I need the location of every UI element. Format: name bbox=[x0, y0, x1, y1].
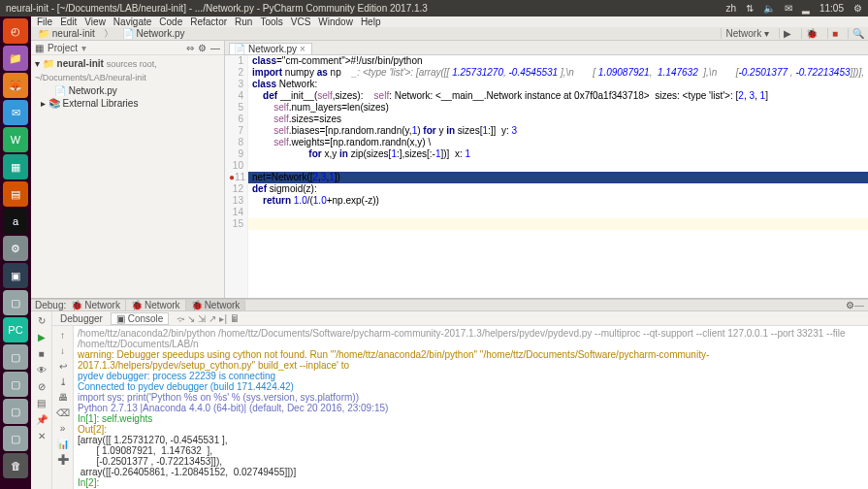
editor-gutter[interactable]: 12345678910●1112131415 bbox=[225, 55, 248, 298]
generic-app-icon-2[interactable]: ▢ bbox=[3, 344, 28, 370]
tree-file-node[interactable]: 📄 Network.py bbox=[35, 84, 220, 97]
breadcrumb-file[interactable]: 📄 Network.py bbox=[119, 28, 188, 39]
debugger-tab[interactable]: Debugger bbox=[54, 312, 109, 325]
calc-icon[interactable]: ▦ bbox=[3, 154, 28, 179]
debug-session-tab-1[interactable]: 🐞 Network bbox=[126, 300, 186, 310]
rerun-button[interactable]: ↻ bbox=[35, 313, 48, 327]
step-out-icon[interactable]: ↗ bbox=[209, 313, 216, 324]
menu-refactor[interactable]: Refactor bbox=[190, 16, 227, 27]
firefox-icon[interactable]: 🦊 bbox=[3, 73, 28, 98]
project-collapse-icon[interactable]: ⇔ bbox=[186, 43, 194, 53]
tree-root-node[interactable]: ▾ 📁 neural-init sources root, ~/Document… bbox=[35, 57, 220, 84]
files-icon[interactable]: 📁 bbox=[3, 46, 28, 71]
main-menu: File Edit View Navigate Code Refactor Ru… bbox=[31, 16, 868, 27]
terminal-icon[interactable]: ▣ bbox=[3, 263, 28, 288]
console-python-icon[interactable]: » bbox=[56, 421, 70, 435]
menu-run[interactable]: Run bbox=[235, 16, 252, 27]
project-gear-icon[interactable]: ⚙ bbox=[198, 43, 207, 53]
breadcrumb-root[interactable]: 📁 neural-init bbox=[35, 28, 98, 39]
system-tray: zh ⇅ 🔈 ✉ ▂ 11:05 ⚙ bbox=[725, 3, 862, 14]
pin-button[interactable]: 📌 bbox=[35, 412, 48, 426]
search-everywhere-button[interactable]: 🔍 bbox=[848, 28, 868, 39]
gear-icon[interactable]: ⚙ bbox=[853, 3, 862, 14]
menu-help[interactable]: Help bbox=[361, 16, 381, 27]
project-header-icon: ▦ bbox=[35, 43, 44, 53]
pycharm-icon[interactable]: PC bbox=[3, 317, 28, 342]
console-scroll-icon[interactable]: ⤓ bbox=[56, 375, 70, 388]
project-tool-window: ▦ Project ▾ ⇔ ⚙ — ▾ 📁 neural-init source… bbox=[31, 41, 225, 298]
network-icon[interactable]: ⇅ bbox=[746, 3, 754, 14]
debug-toolwindow-header: Debug: 🐞 Network 🐞 Network 🐞 Network ⚙ — bbox=[31, 299, 868, 311]
editor-content[interactable]: class="cm-comment">#!/usr/bin/pythonimpo… bbox=[248, 55, 868, 298]
step-into-icon[interactable]: ↘ bbox=[187, 313, 195, 324]
step-into-my-icon[interactable]: ⇲ bbox=[198, 313, 206, 324]
menu-code[interactable]: Code bbox=[159, 16, 182, 27]
lang-indicator[interactable]: zh bbox=[725, 3, 736, 14]
clock[interactable]: 11:05 bbox=[820, 3, 844, 14]
settings-icon[interactable]: ⚙ bbox=[3, 236, 28, 261]
console-new-icon[interactable]: ➕ bbox=[56, 452, 70, 466]
battery-icon[interactable]: ▂ bbox=[802, 3, 810, 14]
menu-window[interactable]: Window bbox=[318, 16, 353, 27]
debug-toolwindow: ↻ ▶ ■ 👁 ⊘ ▤ 📌 ✕ Debugger ▣ Console ⤼ ↘ ⇲… bbox=[31, 311, 868, 489]
menu-tools[interactable]: Tools bbox=[260, 16, 282, 27]
debug-button[interactable]: 🐞 bbox=[801, 28, 821, 39]
breadcrumb-separator: 〉 bbox=[104, 27, 113, 41]
debug-gear-icon[interactable]: ⚙ bbox=[846, 300, 854, 310]
run-to-cursor-icon[interactable]: ▸| bbox=[219, 313, 227, 324]
console-tab[interactable]: ▣ Console bbox=[111, 312, 169, 325]
tree-external-libraries[interactable]: ▸ 📚 External Libraries bbox=[35, 97, 220, 110]
evaluate-icon[interactable]: 🖩 bbox=[230, 313, 240, 324]
debug-console[interactable]: /home/ttz/anaconda2/bin/python /home/ttz… bbox=[74, 326, 868, 489]
project-header-title: Project bbox=[48, 43, 78, 53]
console-up-icon[interactable]: ↑ bbox=[56, 328, 70, 342]
console-clear-icon[interactable]: ⌫ bbox=[56, 406, 70, 419]
run-button[interactable]: ▶ bbox=[779, 28, 795, 39]
generic-app-icon[interactable]: ▢ bbox=[3, 290, 28, 315]
mail-icon[interactable]: ✉ bbox=[785, 3, 792, 14]
unity-launcher: ◴ 📁 🦊 ✉ W ▦ ▤ a ⚙ ▣ ▢ PC ▢ ▢ ▢ ▢ 🗑 bbox=[0, 16, 31, 489]
console-browse-icon[interactable]: 📊 bbox=[56, 437, 70, 450]
menu-vcs[interactable]: VCS bbox=[291, 16, 311, 27]
debug-hide-icon[interactable]: — bbox=[854, 300, 864, 310]
dash-icon[interactable]: ◴ bbox=[3, 18, 28, 44]
generic-app-icon-5[interactable]: ▢ bbox=[3, 426, 28, 451]
project-hide-icon[interactable]: — bbox=[210, 43, 220, 53]
step-over-icon[interactable]: ⤼ bbox=[177, 313, 184, 324]
mute-breakpoints-button[interactable]: ⊘ bbox=[35, 379, 48, 393]
volume-icon[interactable]: 🔈 bbox=[763, 3, 775, 14]
close-button[interactable]: ✕ bbox=[35, 429, 48, 442]
debug-session-tab-2[interactable]: 🐞 Network bbox=[186, 300, 246, 310]
debug-subtab-bar: Debugger ▣ Console ⤼ ↘ ⇲ ↗ ▸| 🖩 bbox=[52, 311, 868, 326]
view-breakpoints-button[interactable]: 👁 bbox=[35, 363, 48, 376]
project-header: ▦ Project ▾ ⇔ ⚙ — bbox=[31, 41, 224, 55]
resume-button[interactable]: ▶ bbox=[35, 330, 48, 343]
menu-navigate[interactable]: Navigate bbox=[113, 16, 151, 27]
menu-edit[interactable]: Edit bbox=[60, 16, 77, 27]
project-tree[interactable]: ▾ 📁 neural-init sources root, ~/Document… bbox=[31, 55, 224, 112]
pycharm-window: File Edit View Navigate Code Refactor Ru… bbox=[31, 16, 868, 489]
editor-tab-active[interactable]: 📄 Network.py × bbox=[229, 43, 312, 54]
stop-button[interactable]: ■ bbox=[827, 28, 842, 39]
close-tab-icon[interactable]: × bbox=[300, 44, 305, 54]
code-editor[interactable]: 12345678910●1112131415 class="cm-comment… bbox=[225, 55, 868, 298]
layout-button[interactable]: ▤ bbox=[35, 396, 48, 409]
amazon-icon[interactable]: a bbox=[3, 209, 28, 234]
trash-icon[interactable]: 🗑 bbox=[3, 453, 28, 478]
navigation-toolbar: 📁 neural-init 〉 📄 Network.py Network ▾ ▶… bbox=[31, 27, 868, 41]
menu-file[interactable]: File bbox=[37, 16, 52, 27]
mail-app-icon[interactable]: ✉ bbox=[3, 100, 28, 125]
debug-session-tab-0[interactable]: 🐞 Network bbox=[66, 300, 126, 310]
system-menubar: neural-init - [~/Documents/LAB/neural-in… bbox=[0, 0, 868, 16]
run-config-selector[interactable]: Network ▾ bbox=[721, 28, 772, 39]
editor-area: 📄 Network.py × 12345678910●1112131415 cl… bbox=[225, 41, 868, 298]
stop-debug-button[interactable]: ■ bbox=[35, 346, 48, 360]
writer-icon[interactable]: W bbox=[3, 127, 28, 152]
generic-app-icon-3[interactable]: ▢ bbox=[3, 372, 28, 397]
generic-app-icon-4[interactable]: ▢ bbox=[3, 399, 28, 424]
impress-icon[interactable]: ▤ bbox=[3, 181, 28, 207]
console-print-icon[interactable]: 🖶 bbox=[56, 390, 70, 404]
menu-view[interactable]: View bbox=[84, 16, 106, 27]
console-down-icon[interactable]: ↓ bbox=[56, 343, 70, 357]
console-wrap-icon[interactable]: ↩ bbox=[56, 359, 70, 373]
